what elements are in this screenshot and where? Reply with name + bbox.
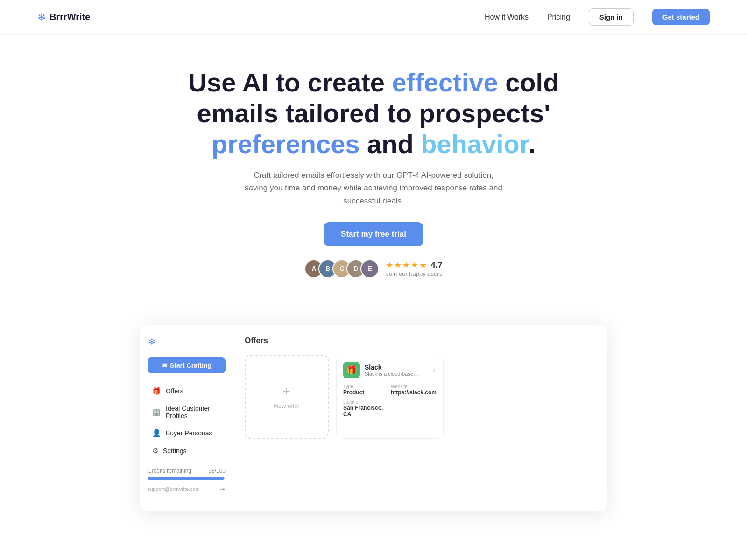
hero-title-part1: Use AI to create bbox=[188, 68, 392, 97]
hero-title-preferences: preferences bbox=[211, 129, 360, 159]
offer-details: Type Product Website https://slack.com L… bbox=[343, 384, 437, 418]
star-1: ★ bbox=[386, 260, 393, 270]
support-row: support@brrrwrite.com ⇥ bbox=[148, 485, 226, 493]
new-offer-plus-icon: + bbox=[283, 384, 290, 399]
star-3: ★ bbox=[402, 260, 410, 270]
hero-section: Use AI to create effective cold emails t… bbox=[0, 35, 747, 325]
offer-chevron-icon: ∨ bbox=[432, 366, 437, 373]
credits-value: 98/100 bbox=[208, 468, 226, 474]
sidebar-item-offers[interactable]: 🎁 Offers bbox=[144, 383, 229, 399]
personas-icon: 👤 bbox=[152, 429, 161, 437]
hero-title-end: . bbox=[528, 129, 536, 159]
website-value: https://slack.com bbox=[391, 389, 437, 396]
craft-icon: ✉ bbox=[162, 362, 167, 369]
credits-bar bbox=[148, 477, 226, 480]
type-value: Product bbox=[343, 389, 387, 396]
hero-title: Use AI to create effective cold emails t… bbox=[163, 67, 584, 160]
offers-grid: + New offer 🎁 Slack Slack is a cloud-bas… bbox=[245, 355, 596, 439]
offers-icon: 🎁 bbox=[152, 387, 161, 395]
new-offer-label: New offer bbox=[274, 402, 299, 409]
icp-label: Ideal Customer Profiles bbox=[166, 405, 221, 420]
sidebar: ❄ ✉ Start Crafting 🎁 Offers 🏢 Ideal Cust… bbox=[140, 325, 233, 511]
credits-bar-fill bbox=[148, 477, 224, 480]
offer-name: Slack bbox=[365, 364, 421, 371]
logout-icon[interactable]: ⇥ bbox=[220, 485, 226, 493]
support-email: support@brrrwrite.com bbox=[148, 486, 200, 492]
app-mockup: ❄ ✉ Start Crafting 🎁 Offers 🏢 Ideal Cust… bbox=[140, 325, 607, 511]
stars: ★ ★ ★ ★ ★ 4.7 bbox=[386, 260, 442, 270]
nav-links: How it Works Pricing Sign in Get started bbox=[485, 8, 710, 26]
credits-label-text: Credits remaining bbox=[148, 468, 191, 474]
get-started-button[interactable]: Get started bbox=[652, 9, 710, 25]
type-label: Type bbox=[343, 384, 387, 389]
offer-card-slack[interactable]: 🎁 Slack Slack is a cloud-based team c...… bbox=[336, 355, 444, 439]
craft-label: Start Crafting bbox=[170, 362, 211, 369]
offer-desc: Slack is a cloud-based team c... bbox=[365, 371, 421, 377]
icp-icon: 🏢 bbox=[152, 408, 161, 416]
cta-button[interactable]: Start my free trial bbox=[324, 222, 423, 246]
offer-type: Type Product bbox=[343, 384, 387, 396]
navbar: ❄ BrrrWrite How it Works Pricing Sign in… bbox=[0, 0, 747, 35]
sidebar-item-settings[interactable]: ⚙ Settings bbox=[144, 442, 229, 459]
settings-icon: ⚙ bbox=[152, 447, 158, 455]
website-label: Website bbox=[391, 384, 437, 389]
offers-label: Offers bbox=[166, 387, 183, 395]
rating-label: Join our happy users bbox=[386, 270, 442, 277]
new-offer-card[interactable]: + New offer bbox=[245, 355, 329, 439]
avatar-5: E bbox=[360, 259, 379, 278]
offer-website: Website https://slack.com bbox=[391, 384, 437, 396]
hero-title-and: and bbox=[359, 129, 421, 159]
nav-pricing[interactable]: Pricing bbox=[547, 13, 570, 21]
offer-card-left: 🎁 Slack Slack is a cloud-based team c... bbox=[343, 362, 421, 378]
sidebar-footer: Credits remaining 98/100 support@brrrwri… bbox=[140, 460, 233, 500]
sidebar-logo-icon: ❄ bbox=[140, 336, 233, 357]
start-crafting-button[interactable]: ✉ Start Crafting bbox=[148, 357, 226, 373]
logo-icon: ❄ bbox=[37, 11, 46, 23]
settings-label: Settings bbox=[163, 447, 187, 455]
star-4: ★ bbox=[411, 260, 418, 270]
main-content: Offers + New offer 🎁 Slack Slack is a cl bbox=[233, 325, 607, 511]
hero-title-effective: effective bbox=[392, 68, 498, 97]
star-2: ★ bbox=[394, 260, 402, 270]
logo-text: BrrrWrite bbox=[49, 12, 90, 22]
logo: ❄ BrrrWrite bbox=[37, 11, 90, 23]
rating-number: 4.7 bbox=[430, 260, 442, 270]
sidebar-nav: 🎁 Offers 🏢 Ideal Customer Profiles 👤 Buy… bbox=[140, 383, 233, 460]
mockup-wrapper: ❄ ✉ Start Crafting 🎁 Offers 🏢 Ideal Cust… bbox=[0, 325, 747, 539]
offer-location: Location San Francisco, CA bbox=[343, 399, 387, 418]
avatars: A B C D E bbox=[304, 259, 379, 278]
personas-label: Buyer Personas bbox=[166, 429, 212, 437]
sidebar-item-icp[interactable]: 🏢 Ideal Customer Profiles bbox=[144, 400, 229, 424]
offer-card-header: 🎁 Slack Slack is a cloud-based team c...… bbox=[343, 362, 437, 378]
hero-subtitle: Craft tailored emails effortlessly with … bbox=[243, 169, 504, 207]
hero-title-behavior: behavior bbox=[421, 129, 528, 159]
rating-wrap: ★ ★ ★ ★ ★ 4.7 Join our happy users bbox=[386, 260, 442, 277]
location-label: Location bbox=[343, 399, 387, 405]
credits-row: Credits remaining 98/100 bbox=[148, 468, 226, 474]
section-title: Offers bbox=[245, 336, 596, 345]
offer-icon-box: 🎁 bbox=[343, 362, 360, 378]
location-value: San Francisco, CA bbox=[343, 405, 387, 418]
sidebar-item-buyer-personas[interactable]: 👤 Buyer Personas bbox=[144, 425, 229, 441]
social-proof: A B C D E ★ ★ ★ ★ ★ 4.7 Join our happy u… bbox=[93, 259, 654, 278]
star-5: ★ bbox=[419, 260, 427, 270]
nav-how-it-works[interactable]: How it Works bbox=[485, 13, 529, 21]
sign-in-button[interactable]: Sign in bbox=[589, 8, 634, 26]
